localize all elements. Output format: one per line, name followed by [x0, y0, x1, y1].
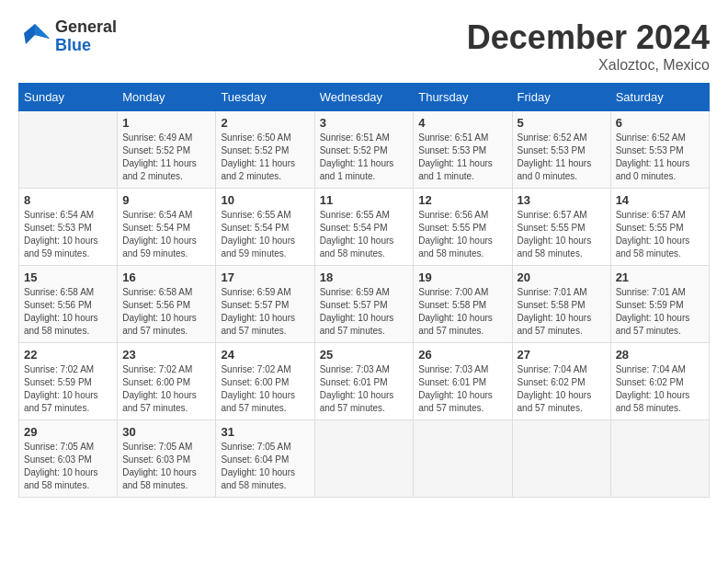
week-row-4: 29Sunrise: 7:05 AM Sunset: 6:03 PM Dayli…	[19, 420, 710, 498]
day-number: 14	[616, 193, 704, 207]
day-info: Sunrise: 7:05 AM Sunset: 6:03 PM Dayligh…	[122, 441, 210, 492]
day-info: Sunrise: 6:57 AM Sunset: 5:55 PM Dayligh…	[616, 209, 704, 260]
day-info: Sunrise: 6:58 AM Sunset: 5:56 PM Dayligh…	[24, 286, 112, 338]
day-number: 26	[418, 348, 506, 362]
day-info: Sunrise: 6:54 AM Sunset: 5:54 PM Dayligh…	[122, 209, 210, 260]
day-info: Sunrise: 6:51 AM Sunset: 5:52 PM Dayligh…	[320, 132, 409, 183]
logo-text: General Blue	[55, 18, 117, 55]
header-row: SundayMondayTuesdayWednesdayThursdayFrid…	[19, 84, 710, 111]
calendar-cell	[19, 111, 118, 189]
day-number: 5	[518, 116, 606, 130]
week-row-1: 8Sunrise: 6:54 AM Sunset: 5:53 PM Daylig…	[19, 189, 710, 266]
calendar-cell: 15Sunrise: 6:58 AM Sunset: 5:56 PM Dayli…	[19, 266, 118, 343]
calendar-cell: 9Sunrise: 6:54 AM Sunset: 5:54 PM Daylig…	[118, 189, 216, 266]
day-info: Sunrise: 7:02 AM Sunset: 6:00 PM Dayligh…	[221, 363, 309, 415]
location-title: Xaloztoc, Mexico	[467, 57, 710, 74]
day-info: Sunrise: 7:04 AM Sunset: 6:02 PM Dayligh…	[616, 363, 704, 415]
calendar-cell	[314, 420, 414, 498]
day-info: Sunrise: 6:55 AM Sunset: 5:54 PM Dayligh…	[320, 209, 409, 260]
svg-marker-1	[35, 24, 50, 39]
day-info: Sunrise: 7:02 AM Sunset: 5:59 PM Dayligh…	[24, 363, 112, 415]
day-number: 19	[418, 270, 506, 284]
calendar-cell: 29Sunrise: 7:05 AM Sunset: 6:03 PM Dayli…	[19, 420, 118, 498]
day-info: Sunrise: 7:02 AM Sunset: 6:00 PM Dayligh…	[122, 363, 210, 415]
day-info: Sunrise: 6:59 AM Sunset: 5:57 PM Dayligh…	[221, 286, 309, 338]
logo-line2: Blue	[55, 37, 117, 55]
month-title: December 2024	[467, 18, 710, 57]
calendar-cell: 18Sunrise: 6:59 AM Sunset: 5:57 PM Dayli…	[314, 266, 414, 343]
logo-line1: General	[55, 18, 117, 37]
calendar-cell: 2Sunrise: 6:50 AM Sunset: 5:52 PM Daylig…	[216, 111, 314, 189]
day-number: 17	[221, 270, 309, 284]
day-info: Sunrise: 7:04 AM Sunset: 6:02 PM Dayligh…	[518, 363, 606, 415]
calendar-cell: 23Sunrise: 7:02 AM Sunset: 6:00 PM Dayli…	[118, 343, 216, 420]
calendar-cell: 20Sunrise: 7:01 AM Sunset: 5:58 PM Dayli…	[512, 266, 610, 343]
day-number: 11	[320, 193, 409, 207]
day-info: Sunrise: 6:52 AM Sunset: 5:53 PM Dayligh…	[518, 132, 606, 183]
day-info: Sunrise: 6:55 AM Sunset: 5:54 PM Dayligh…	[221, 209, 309, 260]
day-number: 4	[418, 116, 506, 130]
header-day-thursday: Thursday	[414, 84, 512, 111]
day-info: Sunrise: 6:59 AM Sunset: 5:57 PM Dayligh…	[320, 286, 409, 338]
day-number: 25	[320, 348, 409, 362]
calendar-cell: 4Sunrise: 6:51 AM Sunset: 5:53 PM Daylig…	[414, 111, 512, 189]
calendar-cell: 26Sunrise: 7:03 AM Sunset: 6:01 PM Dayli…	[414, 343, 512, 420]
day-number: 20	[518, 270, 606, 284]
calendar-cell: 6Sunrise: 6:52 AM Sunset: 5:53 PM Daylig…	[610, 111, 709, 189]
header-day-sunday: Sunday	[19, 84, 118, 111]
calendar-cell: 10Sunrise: 6:55 AM Sunset: 5:54 PM Dayli…	[216, 189, 314, 266]
calendar-cell: 12Sunrise: 6:56 AM Sunset: 5:55 PM Dayli…	[414, 189, 512, 266]
day-number: 30	[122, 425, 210, 439]
day-info: Sunrise: 7:01 AM Sunset: 5:58 PM Dayligh…	[518, 286, 606, 338]
calendar-table: SundayMondayTuesdayWednesdayThursdayFrid…	[18, 83, 710, 498]
calendar-cell: 30Sunrise: 7:05 AM Sunset: 6:03 PM Dayli…	[118, 420, 216, 498]
day-number: 31	[221, 425, 309, 439]
day-number: 24	[221, 348, 309, 362]
logo-bird-icon	[18, 20, 51, 53]
header-day-monday: Monday	[118, 84, 216, 111]
week-row-0: 1Sunrise: 6:49 AM Sunset: 5:52 PM Daylig…	[19, 111, 710, 189]
day-info: Sunrise: 6:56 AM Sunset: 5:55 PM Dayligh…	[418, 209, 506, 260]
day-info: Sunrise: 7:05 AM Sunset: 6:04 PM Dayligh…	[221, 441, 309, 492]
day-number: 18	[320, 270, 409, 284]
calendar-cell: 31Sunrise: 7:05 AM Sunset: 6:04 PM Dayli…	[216, 420, 314, 498]
day-number: 6	[616, 116, 704, 130]
day-number: 22	[24, 348, 112, 362]
calendar-body: 1Sunrise: 6:49 AM Sunset: 5:52 PM Daylig…	[19, 111, 710, 498]
day-info: Sunrise: 6:52 AM Sunset: 5:53 PM Dayligh…	[616, 132, 704, 183]
day-number: 23	[122, 348, 210, 362]
calendar-cell: 22Sunrise: 7:02 AM Sunset: 5:59 PM Dayli…	[19, 343, 118, 420]
day-number: 1	[122, 116, 210, 130]
title-section: December 2024 Xaloztoc, Mexico	[467, 18, 710, 74]
week-row-3: 22Sunrise: 7:02 AM Sunset: 5:59 PM Dayli…	[19, 343, 710, 420]
day-info: Sunrise: 7:01 AM Sunset: 5:59 PM Dayligh…	[616, 286, 704, 338]
calendar-cell: 16Sunrise: 6:58 AM Sunset: 5:56 PM Dayli…	[118, 266, 216, 343]
header-day-saturday: Saturday	[610, 84, 709, 111]
day-number: 29	[24, 425, 112, 439]
day-number: 9	[122, 193, 210, 207]
day-number: 13	[518, 193, 606, 207]
day-number: 10	[221, 193, 309, 207]
day-number: 27	[518, 348, 606, 362]
day-number: 8	[24, 193, 112, 207]
calendar-header: SundayMondayTuesdayWednesdayThursdayFrid…	[19, 84, 710, 111]
header-day-wednesday: Wednesday	[314, 84, 414, 111]
calendar-cell: 8Sunrise: 6:54 AM Sunset: 5:53 PM Daylig…	[19, 189, 118, 266]
header-day-tuesday: Tuesday	[216, 84, 314, 111]
day-number: 12	[418, 193, 506, 207]
logo: General Blue	[18, 18, 117, 55]
calendar-cell: 3Sunrise: 6:51 AM Sunset: 5:52 PM Daylig…	[314, 111, 414, 189]
calendar-cell: 11Sunrise: 6:55 AM Sunset: 5:54 PM Dayli…	[314, 189, 414, 266]
calendar-cell: 5Sunrise: 6:52 AM Sunset: 5:53 PM Daylig…	[512, 111, 610, 189]
calendar-cell	[414, 420, 512, 498]
calendar-cell: 25Sunrise: 7:03 AM Sunset: 6:01 PM Dayli…	[314, 343, 414, 420]
day-info: Sunrise: 6:49 AM Sunset: 5:52 PM Dayligh…	[122, 132, 210, 183]
header-day-friday: Friday	[512, 84, 610, 111]
day-number: 15	[24, 270, 112, 284]
day-info: Sunrise: 6:51 AM Sunset: 5:53 PM Dayligh…	[418, 132, 506, 183]
day-info: Sunrise: 6:58 AM Sunset: 5:56 PM Dayligh…	[122, 286, 210, 338]
day-info: Sunrise: 6:50 AM Sunset: 5:52 PM Dayligh…	[221, 132, 309, 183]
day-info: Sunrise: 7:03 AM Sunset: 6:01 PM Dayligh…	[418, 363, 506, 415]
day-info: Sunrise: 7:00 AM Sunset: 5:58 PM Dayligh…	[418, 286, 506, 338]
calendar-cell: 27Sunrise: 7:04 AM Sunset: 6:02 PM Dayli…	[512, 343, 610, 420]
